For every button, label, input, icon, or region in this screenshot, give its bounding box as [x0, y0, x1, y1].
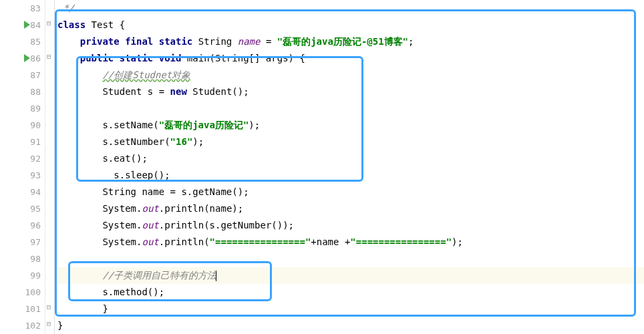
text-caret: [216, 271, 216, 281]
line-number-gutter: 83 84 85 86 87 88 89 90 91 92 93 94 95 9…: [0, 0, 45, 334]
code-line[interactable]: s.setNumber("16");: [55, 134, 644, 150]
code-line[interactable]: [55, 100, 644, 117]
code-line[interactable]: }: [55, 317, 644, 334]
line-number: 91: [0, 134, 45, 150]
line-number: 93: [0, 167, 45, 184]
fold-toggle-icon[interactable]: ⊟: [47, 20, 53, 26]
line-number: 88: [0, 84, 45, 100]
code-line[interactable]: System.out.println(name);: [55, 200, 644, 217]
line-number: 85: [0, 33, 45, 50]
code-line[interactable]: s.setName("磊哥的java历险记");: [55, 117, 644, 134]
code-line[interactable]: System.out.println(s.getNumber());: [55, 217, 644, 234]
line-number: 94: [0, 184, 45, 200]
code-line[interactable]: System.out.println("================"+na…: [55, 234, 644, 251]
code-line[interactable]: s.method();: [55, 284, 644, 301]
code-line[interactable]: [55, 251, 644, 267]
line-number: 96: [0, 217, 45, 234]
line-number: 97: [0, 234, 45, 251]
line-number: 95: [0, 200, 45, 217]
code-line[interactable]: private final static String name = "磊哥的j…: [55, 33, 644, 50]
run-gutter-icon[interactable]: [24, 21, 30, 29]
code-line[interactable]: s.sleep();: [55, 167, 644, 184]
fold-end-icon[interactable]: ⊟: [47, 321, 53, 327]
line-number: 92: [0, 150, 45, 167]
line-number: 83: [0, 0, 45, 17]
code-line[interactable]: */: [55, 0, 644, 17]
fold-stripe: ⊟ ⊟ ⊟ ⊟: [45, 0, 55, 334]
code-line[interactable]: }: [55, 301, 644, 317]
code-line[interactable]: //子类调用自己特有的方法: [55, 267, 644, 284]
code-line[interactable]: String name = s.getName();: [55, 184, 644, 200]
code-line[interactable]: s.eat();: [55, 150, 644, 167]
line-number: 102: [0, 317, 45, 334]
line-number: 89: [0, 100, 45, 117]
line-number: 100: [0, 284, 45, 301]
code-line[interactable]: //创建Studnet对象: [55, 67, 644, 84]
line-number: 87: [0, 67, 45, 84]
code-line[interactable]: public static void main(String[] args) {: [55, 50, 644, 67]
run-gutter-icon[interactable]: [24, 54, 30, 62]
line-number: 101: [0, 301, 45, 317]
line-number: 84: [0, 17, 45, 33]
fold-toggle-icon[interactable]: ⊟: [47, 53, 53, 59]
code-line[interactable]: class Test {: [55, 17, 644, 33]
code-line[interactable]: Student s = new Student();: [55, 84, 644, 100]
fold-end-icon[interactable]: ⊟: [47, 304, 53, 310]
line-number: 90: [0, 117, 45, 134]
code-area[interactable]: */ class Test { private final static Str…: [55, 0, 644, 334]
line-number: 98: [0, 251, 45, 267]
code-editor[interactable]: 83 84 85 86 87 88 89 90 91 92 93 94 95 9…: [0, 0, 644, 334]
line-number: 99: [0, 267, 45, 284]
line-number: 86: [0, 50, 45, 67]
